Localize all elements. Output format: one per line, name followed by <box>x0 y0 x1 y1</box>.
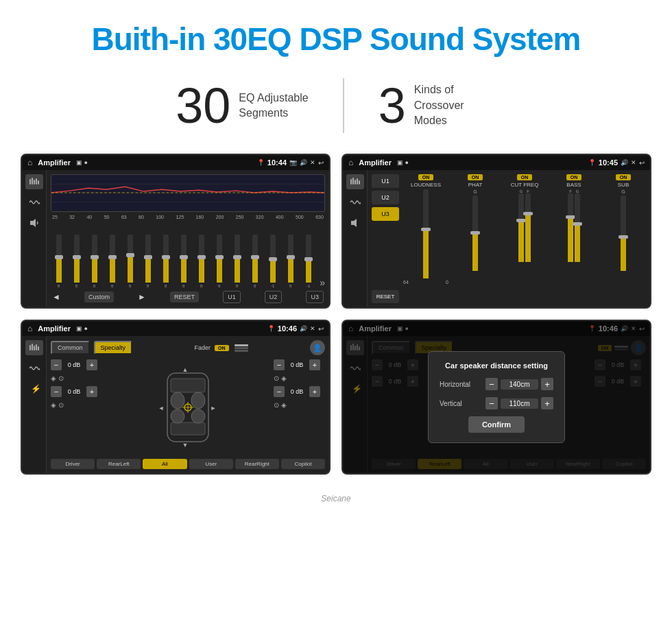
eq-slider-8[interactable]: 0 <box>176 235 191 288</box>
eq-sidebar-volume[interactable] <box>25 215 43 230</box>
speaker-back-icon[interactable]: ↩ <box>318 325 324 333</box>
speaker-icons-left-2: ◈ ⊙ <box>51 401 102 409</box>
crossover-sidebar-volume[interactable] <box>346 215 364 230</box>
cutfreq-on[interactable]: ON <box>517 174 533 180</box>
db-minus-4[interactable]: − <box>274 386 285 397</box>
cutfreq-f-slider[interactable] <box>525 193 531 262</box>
eq-slider-5[interactable]: 5 <box>122 235 138 288</box>
eq-slider-7[interactable]: 0 <box>158 235 173 288</box>
watermark: Seicane <box>0 488 672 506</box>
horizontal-label: Horizontal <box>440 381 470 388</box>
dialog-screen: ⌂ Amplifier ▣ ● 📍 10:46 🔊 ✕ ↩ <box>341 320 651 475</box>
speaker-common-tab[interactable]: Common <box>51 341 90 355</box>
copilot-btn[interactable]: Copilot <box>281 459 325 469</box>
phat-slider[interactable] <box>472 195 478 271</box>
eq-slider-11[interactable]: 0 <box>229 235 245 288</box>
vertical-value-box: − 110cm + <box>485 397 553 409</box>
eq-prev-icon[interactable]: ◄ <box>52 292 60 302</box>
eq-body: 25 32 40 50 63 80 100 125 160 200 250 32… <box>22 170 329 307</box>
speaker-sidebar-eq[interactable] <box>25 340 43 355</box>
eq-slider-3[interactable]: 0 <box>86 235 102 288</box>
crossover-home-icon[interactable]: ⌂ <box>348 158 353 167</box>
vertical-plus-btn[interactable]: + <box>541 397 553 409</box>
eq-u3-btn[interactable]: U3 <box>306 291 324 303</box>
db-plus-3[interactable]: + <box>309 359 320 370</box>
crossover-back-icon[interactable]: ↩ <box>639 159 645 167</box>
horizontal-row: Horizontal − 140cm + <box>440 378 553 390</box>
svg-text:▼: ▼ <box>182 442 189 449</box>
eq-slider-10[interactable]: 0 <box>211 235 227 288</box>
speaker-icons-right-2: ⊙ ◈ <box>274 401 325 409</box>
channel-bass: ON BASS F G <box>551 174 597 303</box>
crossover-u3-btn[interactable]: U3 <box>372 207 399 221</box>
eq-slider-13[interactable]: -1 <box>265 235 280 288</box>
driver-btn[interactable]: Driver <box>51 459 95 469</box>
db-minus-2[interactable]: − <box>51 386 62 397</box>
cutfreq-g-slider[interactable] <box>518 193 524 262</box>
rearright-btn[interactable]: RearRight <box>235 459 279 469</box>
crossover-u2-btn[interactable]: U2 <box>372 191 399 204</box>
eq-play-icon[interactable]: ► <box>138 292 146 302</box>
vertical-minus-btn[interactable]: − <box>485 397 498 409</box>
loudness-slider[interactable] <box>423 189 429 278</box>
eq-u2-btn[interactable]: U2 <box>265 291 283 303</box>
sub-on[interactable]: ON <box>616 174 632 180</box>
eq-reset-btn[interactable]: RESET <box>170 291 199 302</box>
svg-rect-2 <box>34 180 35 184</box>
all-btn[interactable]: All <box>143 459 187 469</box>
crossover-u1-btn[interactable]: U1 <box>372 174 399 188</box>
horizontal-value-box: − 140cm + <box>485 378 553 390</box>
svg-rect-1 <box>32 178 33 184</box>
stat-crossover-label: Kinds ofCrossover Modes <box>414 82 496 128</box>
confirm-button[interactable]: Confirm <box>468 416 525 433</box>
db-plus-4[interactable]: + <box>309 386 320 397</box>
db-minus-3[interactable]: − <box>274 359 285 370</box>
db-value-1: 0 dB <box>64 361 84 368</box>
horizontal-minus-btn[interactable]: − <box>485 378 498 390</box>
home-icon[interactable]: ⌂ <box>27 158 32 167</box>
stat-crossover-number: 3 <box>379 81 406 130</box>
eq-slider-6[interactable]: 0 <box>140 235 156 288</box>
rearleft-btn[interactable]: RearLeft <box>97 459 141 469</box>
bass-on[interactable]: ON <box>566 174 582 180</box>
eq-sidebar-wave[interactable] <box>25 195 43 210</box>
horizontal-plus-btn[interactable]: + <box>541 378 553 390</box>
db-plus-2[interactable]: + <box>86 386 97 397</box>
loudness-on[interactable]: ON <box>418 174 434 180</box>
crossover-sidebar-wave[interactable] <box>346 195 364 210</box>
fader-label: Fader <box>195 344 211 351</box>
fader-on-badge: ON <box>215 345 229 351</box>
eq-sidebar-eq[interactable] <box>25 174 43 189</box>
speaker-home-icon[interactable]: ⌂ <box>27 324 32 333</box>
eq-slider-9[interactable]: 0 <box>193 235 209 288</box>
crossover-title: Amplifier <box>359 158 392 167</box>
user-btn[interactable]: User <box>189 459 233 469</box>
stat-eq-number: 30 <box>176 81 230 130</box>
speaker-sidebar-bt[interactable]: ⚡ <box>25 381 43 396</box>
car-diagram-container: ▲ ▼ ◄ ► <box>106 359 269 455</box>
eq-slider-4[interactable]: 0 <box>104 235 120 288</box>
eq-custom-btn[interactable]: Custom <box>84 291 114 302</box>
eq-slider-2[interactable]: 0 <box>69 235 84 288</box>
speaker-layout: − 0 dB + ◈ ⊙ − 0 dB + <box>51 359 325 455</box>
speaker-sidebar-wave[interactable] <box>25 361 43 376</box>
db-minus-1[interactable]: − <box>51 359 62 370</box>
sub-slider[interactable] <box>621 195 626 271</box>
speaker-specialty-tab[interactable]: Specialty <box>94 341 133 355</box>
db-plus-1[interactable]: + <box>86 359 97 370</box>
eq-slider-15[interactable]: -1 <box>300 235 316 288</box>
crossover-sidebar-eq[interactable] <box>346 174 364 189</box>
camera-icon: 📷 <box>289 159 297 166</box>
phat-on[interactable]: ON <box>468 174 483 180</box>
screenshots-grid: ⌂ Amplifier ▣ ● 📍 10:44 📷 🔊 ✕ ↩ <box>0 154 672 488</box>
eq-screen: ⌂ Amplifier ▣ ● 📍 10:44 📷 🔊 ✕ ↩ <box>21 154 331 309</box>
dialog-box-title: Car speaker distance setting <box>440 361 553 370</box>
crossover-reset-btn[interactable]: RESET <box>372 290 399 303</box>
back-icon[interactable]: ↩ <box>318 159 324 167</box>
bass-f-slider[interactable] <box>568 193 573 262</box>
eq-slider-1[interactable]: 0 <box>51 235 67 288</box>
eq-slider-12[interactable]: 0 <box>247 235 263 288</box>
eq-u1-btn[interactable]: U1 <box>223 291 241 303</box>
bass-g-slider[interactable] <box>575 193 580 262</box>
eq-slider-14[interactable]: 0 <box>283 235 298 288</box>
